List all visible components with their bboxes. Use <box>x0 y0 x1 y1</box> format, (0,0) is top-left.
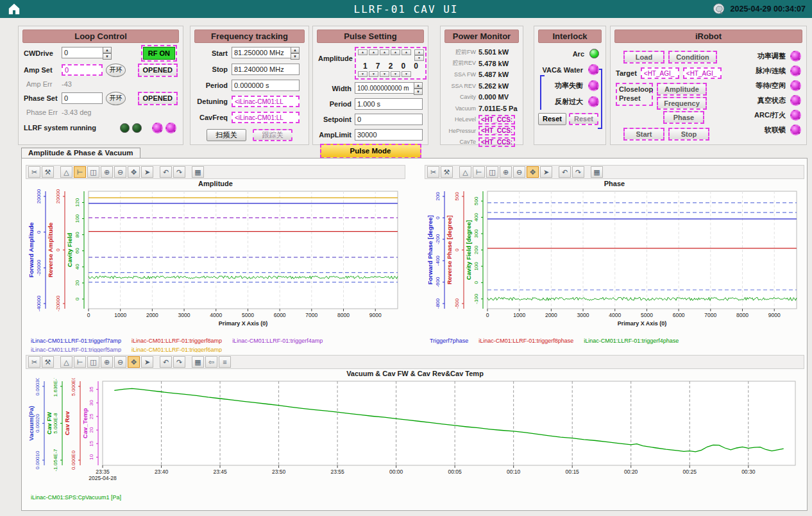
pointer-icon[interactable]: ➤ <box>540 166 552 178</box>
back-icon[interactable]: ⇦ <box>205 356 217 368</box>
brain-icon[interactable] <box>713 3 726 16</box>
width-spinner[interactable]: 100.000000000 m ▲▼ <box>355 82 423 95</box>
cwdrive-up-button[interactable]: ▲ <box>103 47 112 53</box>
export-icon[interactable]: ▦ <box>192 166 204 178</box>
condition-button[interactable]: Condition <box>668 51 717 64</box>
ft-value-1[interactable]: 81.240000 MHz <box>232 64 300 75</box>
vacuum-chart-plot-area[interactable]: Vacuum(Pa)0.000300.000200.00010Cav FW1.6… <box>26 378 804 492</box>
load-button[interactable]: Load <box>623 51 664 64</box>
ft-value-4[interactable]: <iLinac-CM01:LL <box>232 112 300 123</box>
amp-digit-down-button-3[interactable]: ▼ <box>380 71 389 77</box>
annotation-icon[interactable]: △ <box>60 356 72 368</box>
width-value[interactable]: 100.000000000 m <box>355 82 414 94</box>
configure-icon[interactable]: ⚒ <box>441 166 453 178</box>
amplitude-chart-plot-area[interactable]: Forward Amplitude200000-20000-40000Rever… <box>26 188 405 336</box>
redo-icon[interactable]: ↷ <box>572 166 584 178</box>
amp-digit-up-button-3[interactable]: ▲ <box>380 49 389 55</box>
redo-icon[interactable]: ↷ <box>173 356 185 368</box>
redo-icon[interactable]: ↷ <box>173 166 185 178</box>
pan-icon[interactable]: ✥ <box>128 356 140 368</box>
irobot-status-led-3 <box>790 95 801 106</box>
amp-step-down-button[interactable]: ▼ <box>414 55 424 61</box>
width-down-button[interactable]: ▼ <box>414 89 423 95</box>
print-icon[interactable]: ≡ <box>219 356 231 368</box>
amp-digit-down-button-1[interactable]: ▼ <box>358 71 368 77</box>
ft-down-button-0[interactable]: ▼ <box>291 53 300 60</box>
export-icon[interactable]: ▦ <box>591 166 603 178</box>
amp-digit-up-button-4[interactable]: ▲ <box>391 49 400 55</box>
amp-digit-up-button-1[interactable]: ▲ <box>358 49 368 55</box>
zoom-in-icon[interactable]: ⊕ <box>101 166 113 178</box>
stagger-icon[interactable]: ◫ <box>486 166 498 178</box>
phase-set-input[interactable]: 0 <box>62 92 103 104</box>
crosshair-icon[interactable]: ⊢ <box>74 166 86 178</box>
amplimit-value[interactable]: 30000 <box>355 129 423 141</box>
export-icon[interactable]: ▦ <box>192 356 204 368</box>
amp-step-up-button[interactable]: ▲ <box>414 49 424 55</box>
annotation-icon[interactable]: △ <box>459 166 471 178</box>
amp-loop-opened-button[interactable]: OPENED <box>138 64 178 77</box>
stagger-icon[interactable]: ◫ <box>87 356 99 368</box>
target-value-2[interactable]: <HT_AGI_ <box>683 67 722 79</box>
zoom-in-icon[interactable]: ⊕ <box>500 166 512 178</box>
pointer-icon[interactable]: ➤ <box>141 166 153 178</box>
undo-icon[interactable]: ↶ <box>160 356 172 368</box>
start-button[interactable]: Start <box>623 128 664 141</box>
target-value-1[interactable]: <HT_AGI_ <box>641 67 679 79</box>
frequency-preset-button[interactable]: Frequency <box>657 97 707 110</box>
pointer-icon[interactable]: ➤ <box>141 356 153 368</box>
cwdrive-down-button[interactable]: ▼ <box>103 53 112 60</box>
reset-disconnected-button[interactable]: Reset <box>569 113 598 125</box>
crosshair-icon[interactable]: ⊢ <box>473 166 485 178</box>
zoom-out-icon[interactable]: ⊖ <box>513 166 525 178</box>
ft-up-button-0[interactable]: ▲ <box>291 47 300 53</box>
stagger-icon[interactable]: ◫ <box>87 166 99 178</box>
ft-value-3[interactable]: <iLinac-CM01:LL <box>232 96 300 107</box>
amplitude-preset-button[interactable]: Amplitude <box>657 83 707 96</box>
amplitude-spinner-widget[interactable]: ▲▲▲▲▲▲▼17200▼▼▼▼▼ <box>355 47 427 80</box>
amp-digit-down-button-5[interactable]: ▼ <box>402 71 411 77</box>
configure-icon[interactable]: ⚒ <box>42 356 54 368</box>
zoom-out-icon[interactable]: ⊖ <box>114 356 126 368</box>
cwdrive-spinner[interactable]: 0 ▲▼ <box>62 47 112 60</box>
ft-value-0[interactable]: 81.250000 MHz <box>232 47 291 58</box>
undo-icon[interactable]: ↶ <box>559 166 571 178</box>
setpoint-value[interactable]: 0 <box>355 114 423 125</box>
phase-loop-opened-button[interactable]: OPENED <box>138 92 178 105</box>
ft-label-3: Detuning <box>196 98 228 105</box>
ft-value-2[interactable]: 0.000000 s <box>232 80 300 91</box>
width-up-button[interactable]: ▲ <box>414 82 423 89</box>
svg-text:400: 400 <box>473 212 479 221</box>
undo-icon[interactable]: ↶ <box>160 166 172 178</box>
amp-open-loop-button[interactable]: 开环 <box>106 64 126 77</box>
annotation-icon[interactable]: △ <box>60 166 72 178</box>
rf-on-button[interactable]: RF ON <box>143 47 175 60</box>
snapshot-icon[interactable]: ✂ <box>28 166 40 178</box>
tab-amplitude-phase-vacuum[interactable]: Amplitude & Phase & Vacuum <box>21 148 140 158</box>
zoom-out-icon[interactable]: ⊖ <box>114 166 126 178</box>
period-value[interactable]: 1.000 s <box>355 98 423 110</box>
amp-set-input[interactable]: 0 <box>62 64 103 76</box>
pan-icon[interactable]: ✥ <box>527 166 539 178</box>
interlock-panel: Interlock ArcVAC& Water功率失衡反射过大 Reset Re… <box>534 26 606 145</box>
amp-digit-down-button-4[interactable]: ▼ <box>391 71 400 77</box>
cwdrive-value[interactable]: 0 <box>62 47 103 58</box>
amp-digit-up-button-2[interactable]: ▲ <box>369 49 378 55</box>
crosshair-icon[interactable]: ⊢ <box>74 356 86 368</box>
amp-digit-up-button-5[interactable]: ▲ <box>402 49 411 55</box>
configure-icon[interactable]: ⚒ <box>42 166 54 178</box>
track-off-button[interactable]: 跟踪关 <box>253 129 292 141</box>
phase-chart-plot-area[interactable]: Forward Phase [degree]2000-200-400-600-8… <box>425 188 804 336</box>
sweep-off-button[interactable]: 扫频关 <box>207 129 246 141</box>
home-button[interactable] <box>6 2 22 16</box>
svg-text:-40000: -40000 <box>36 295 42 311</box>
phase-preset-button[interactable]: Phase <box>663 111 704 124</box>
reset-button[interactable]: Reset <box>538 113 566 125</box>
zoom-in-icon[interactable]: ⊕ <box>101 356 113 368</box>
stop-button[interactable]: Stop <box>668 128 709 141</box>
pan-icon[interactable]: ✥ <box>128 166 140 178</box>
amp-digit-down-button-2[interactable]: ▼ <box>369 71 378 77</box>
snapshot-icon[interactable]: ✂ <box>427 166 439 178</box>
snapshot-icon[interactable]: ✂ <box>28 356 40 368</box>
phase-open-loop-button[interactable]: 开环 <box>106 92 126 105</box>
